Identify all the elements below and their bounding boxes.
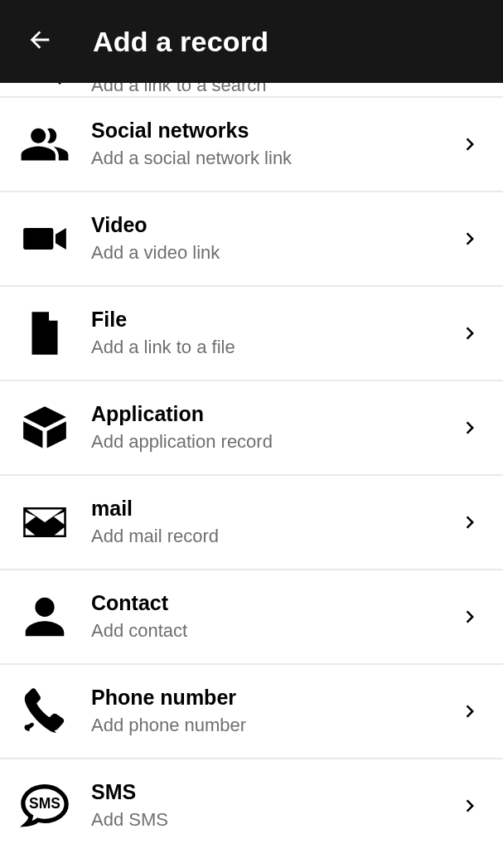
list-item-sub: Add mail record xyxy=(91,526,452,547)
chevron-right-icon xyxy=(452,415,488,440)
mail-icon xyxy=(15,492,75,552)
list-item-text: File Add a link to a file xyxy=(75,308,452,358)
list-item-title: Contact xyxy=(91,591,452,615)
cube-icon xyxy=(15,398,75,458)
list-item-sub: Add phone number xyxy=(91,715,452,736)
list-item-text: SMS Add SMS xyxy=(75,780,452,831)
list-item-contact[interactable]: Contact Add contact xyxy=(0,569,503,663)
list-item-title: mail xyxy=(91,497,452,521)
list-item-phone[interactable]: Phone number Add phone number xyxy=(0,663,503,758)
person-icon xyxy=(15,587,75,647)
list-item-text: Contact Add contact xyxy=(75,591,452,642)
list-item-sub: Add SMS xyxy=(91,809,452,831)
list-item-sub: Add a link to a file xyxy=(91,337,452,358)
video-icon xyxy=(15,209,75,269)
page-title: Add a record xyxy=(93,26,268,58)
list-item-sms[interactable]: SMS SMS Add SMS xyxy=(0,758,503,852)
record-type-list: Add a link to a search Social networks A… xyxy=(0,65,503,852)
back-button[interactable] xyxy=(20,22,60,61)
toolbar: Add a record xyxy=(0,0,503,83)
list-item-video[interactable]: Video Add a video link xyxy=(0,191,503,285)
list-item-text: Application Add application record xyxy=(75,402,452,453)
list-item-text: mail Add mail record xyxy=(75,497,452,547)
list-item-mail[interactable]: mail Add mail record xyxy=(0,474,503,569)
phone-icon xyxy=(15,681,75,741)
list-item-sub: Add contact xyxy=(91,620,452,642)
sms-icon: SMS xyxy=(15,776,75,836)
list-item-title: File xyxy=(91,308,452,332)
people-icon xyxy=(15,114,75,174)
arrow-left-icon xyxy=(26,26,54,57)
list-item-title: Phone number xyxy=(91,686,452,710)
chevron-right-icon xyxy=(452,321,488,346)
list-item-social[interactable]: Social networks Add a social network lin… xyxy=(0,96,503,191)
chevron-right-icon xyxy=(452,226,488,251)
list-item-title: Application xyxy=(91,402,452,426)
chevron-right-icon xyxy=(452,132,488,157)
list-item-text: Social networks Add a social network lin… xyxy=(75,119,452,169)
file-icon xyxy=(15,303,75,363)
chevron-right-icon xyxy=(452,793,488,818)
list-item-title: SMS xyxy=(91,780,452,804)
chevron-right-icon xyxy=(452,699,488,724)
list-item-text: Video Add a video link xyxy=(75,213,452,264)
list-item-title: Video xyxy=(91,213,452,237)
chevron-right-icon xyxy=(452,510,488,535)
svg-text:SMS: SMS xyxy=(29,795,60,812)
list-item-sub: Add a social network link xyxy=(91,148,452,169)
list-item-text: Phone number Add phone number xyxy=(75,686,452,736)
list-item-title: Social networks xyxy=(91,119,452,143)
list-item-sub: Add a video link xyxy=(91,242,452,264)
list-item-file[interactable]: File Add a link to a file xyxy=(0,285,503,380)
chevron-right-icon xyxy=(452,604,488,629)
list-item-sub: Add application record xyxy=(91,431,452,453)
list-item-application[interactable]: Application Add application record xyxy=(0,380,503,474)
